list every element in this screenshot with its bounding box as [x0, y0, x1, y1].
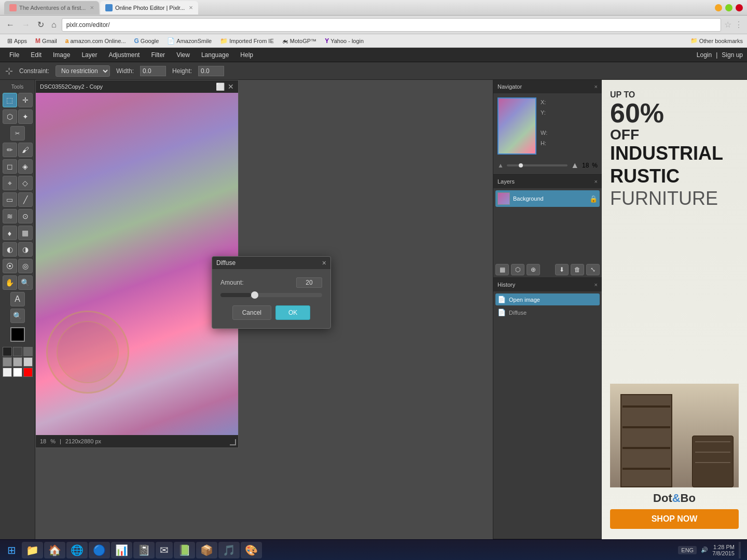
menu-file[interactable]: File — [4, 49, 24, 61]
start-button[interactable]: ⊞ — [2, 542, 21, 558]
show-desktop-btn[interactable] — [739, 542, 741, 558]
login-link[interactable]: Login — [697, 51, 712, 59]
taskbar-amazon[interactable]: 📦 — [196, 542, 217, 558]
tab-pixlr[interactable]: Online Photo Editor | Pixlr... × — [100, 1, 198, 15]
taskbar-mail[interactable]: ✉ — [156, 542, 173, 558]
fill-tool[interactable]: ⬧ — [3, 226, 17, 240]
bookmark-button[interactable]: ☆ — [724, 20, 731, 30]
layer-delete-btn[interactable]: 🗑 — [571, 264, 584, 275]
bookmark-gmail[interactable]: M Gmail — [32, 36, 60, 46]
dialog-close-btn[interactable]: × — [322, 259, 326, 267]
pencil-tool[interactable]: ✏ — [3, 143, 17, 157]
smudge-tool[interactable]: ≋ — [3, 209, 17, 223]
clone-tool[interactable]: ◈ — [18, 159, 33, 174]
eraser-tool[interactable]: ◻ — [3, 159, 17, 174]
preset-1[interactable] — [3, 347, 12, 356]
magic-wand-tool[interactable]: ✦ — [18, 109, 33, 124]
dodge-tool[interactable]: ◐ — [3, 242, 17, 257]
taskbar-pixlr[interactable]: 🎨 — [241, 542, 262, 558]
preset-6[interactable] — [23, 357, 33, 367]
burn-tool[interactable]: ◑ — [18, 242, 33, 257]
line-tool[interactable]: ╱ — [18, 192, 33, 207]
heal-tool[interactable]: ⌖ — [3, 176, 17, 190]
back-button[interactable]: ← — [4, 19, 17, 31]
window-close[interactable] — [736, 4, 743, 11]
window-maximize[interactable] — [725, 4, 732, 11]
lasso-tool[interactable]: ⬡ — [3, 109, 17, 124]
forward-button[interactable]: → — [20, 19, 32, 31]
other-bookmarks[interactable]: 📁 Other bookmarks — [690, 37, 743, 44]
blur-tool[interactable]: ⊙ — [18, 209, 33, 223]
taskbar-excel[interactable]: 📗 — [174, 542, 195, 558]
amount-slider[interactable] — [220, 293, 322, 297]
preset-3[interactable] — [23, 347, 33, 356]
slider-thumb[interactable] — [251, 291, 258, 299]
address-bar[interactable]: pixlr.com/editor/ — [62, 18, 721, 32]
bookmark-motogp[interactable]: 🏍 MotoGP™ — [279, 36, 320, 46]
sharpen-tool[interactable]: ◇ — [18, 176, 33, 190]
navigator-thumbnail[interactable] — [497, 97, 536, 155]
layer-expand-btn[interactable]: ⤡ — [586, 264, 600, 275]
layer-mask-btn[interactable]: ⬡ — [511, 264, 524, 275]
move-tool[interactable]: ✛ — [18, 93, 33, 107]
history-close[interactable]: × — [594, 282, 598, 288]
text-tool[interactable]: A — [10, 292, 25, 306]
menu-edit[interactable]: Edit — [25, 49, 47, 61]
taskbar-home[interactable]: 🏠 — [44, 542, 65, 558]
rect-tool[interactable]: ▭ — [3, 192, 17, 207]
layers-close[interactable]: × — [594, 178, 598, 185]
settings-icon[interactable]: ⋮ — [735, 20, 743, 30]
brush-tool[interactable]: 🖌 — [18, 143, 33, 157]
taskbar-explorer[interactable]: 📁 — [22, 542, 43, 558]
preset-9[interactable] — [23, 368, 33, 377]
window-minimize[interactable] — [715, 4, 722, 11]
select-tool[interactable]: ⬚ — [3, 93, 17, 107]
menu-language[interactable]: Language — [196, 49, 234, 61]
menu-filter[interactable]: Filter — [146, 49, 170, 61]
cancel-button[interactable]: Cancel — [232, 305, 271, 320]
zoom-out-tool[interactable]: 🔍 — [10, 309, 25, 323]
foreground-color[interactable] — [10, 327, 25, 342]
language-selector[interactable]: ENG — [678, 546, 697, 554]
zoom-tool[interactable]: 🔍 — [18, 275, 33, 290]
bookmark-apps[interactable]: ⊞ Apps — [4, 36, 30, 46]
home-button[interactable]: ⌂ — [49, 19, 59, 31]
dialog-titlebar[interactable]: Diffuse × — [212, 257, 330, 269]
history-openimage[interactable]: 📄 Open image — [495, 293, 600, 305]
menu-layer[interactable]: Layer — [76, 49, 102, 61]
blemish-tool[interactable]: ◎ — [18, 259, 33, 273]
layer-group-btn[interactable]: ▦ — [495, 264, 509, 275]
taskbar-powerpoint[interactable]: 📊 — [111, 542, 132, 558]
preset-2[interactable] — [13, 347, 22, 356]
tab-adventures[interactable]: The Adventures of a first... × — [4, 1, 99, 15]
zoom-slider[interactable] — [507, 164, 568, 166]
bookmark-amazonsmile[interactable]: 📄 AmazonSmile — [164, 36, 215, 46]
preset-8[interactable] — [13, 368, 22, 377]
zoom-thumb[interactable] — [519, 163, 523, 167]
taskbar-ie[interactable]: 🌐 — [66, 542, 88, 558]
history-diffuse[interactable]: 📄 Diffuse — [495, 306, 600, 318]
ad-shop-btn[interactable]: SHOP NOW — [610, 509, 739, 529]
taskbar-chrome[interactable]: 🔵 — [89, 542, 110, 558]
redeye-tool[interactable]: ⦿ — [3, 259, 17, 273]
preset-4[interactable] — [3, 357, 12, 367]
menu-image[interactable]: Image — [48, 49, 75, 61]
navigator-close[interactable]: × — [594, 83, 598, 90]
width-input[interactable] — [140, 66, 166, 76]
menu-help[interactable]: Help — [235, 49, 258, 61]
bookmark-yahoo[interactable]: Y Yahoo - login — [322, 36, 367, 46]
hand-tool[interactable]: ✋ — [3, 275, 17, 290]
layer-merge-btn[interactable]: ⬇ — [555, 264, 569, 275]
bookmark-imported[interactable]: 📁 Imported From IE — [217, 36, 277, 46]
gradient-tool[interactable]: ▦ — [18, 226, 33, 240]
bookmark-amazon[interactable]: a amazon.com Online... — [62, 36, 129, 46]
taskbar-onenote[interactable]: 📓 — [133, 542, 155, 558]
amount-input[interactable] — [296, 277, 322, 288]
layer-adjust-btn[interactable]: ⊕ — [527, 264, 540, 275]
layer-background[interactable]: Background 🔒 — [495, 190, 600, 207]
crop-tool[interactable]: ✂ — [10, 126, 25, 141]
taskbar-media[interactable]: 🎵 — [218, 542, 240, 558]
bookmark-google[interactable]: G Google — [131, 36, 162, 46]
ok-button[interactable]: OK — [275, 305, 310, 320]
menu-adjustment[interactable]: Adjustment — [103, 49, 145, 61]
